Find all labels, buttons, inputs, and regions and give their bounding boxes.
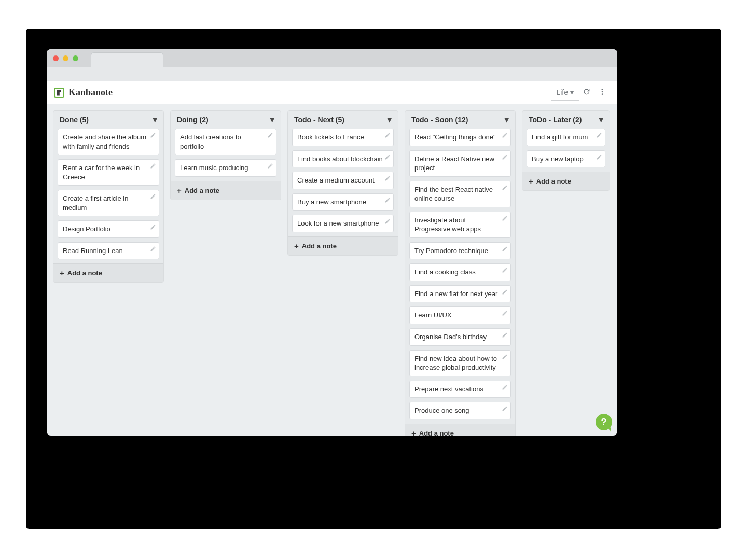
add-note-button[interactable]: +Add a note (405, 424, 515, 436)
card[interactable]: Try Pomodoro technique (409, 242, 511, 260)
pencil-icon[interactable] (502, 184, 508, 190)
card[interactable]: Add last creations to portfolio (175, 129, 276, 155)
pencil-icon[interactable] (502, 132, 508, 138)
card[interactable]: Learn UI/UX (409, 306, 511, 324)
card[interactable]: Create a first article in medium (58, 190, 159, 216)
card-list: Read "Getting things done"Define a React… (405, 129, 515, 419)
add-note-button[interactable]: +Add a note (522, 172, 610, 190)
card[interactable]: Produce one song (409, 402, 511, 419)
card[interactable]: Find books about blockchain (292, 150, 394, 168)
outer-frame: Kanbanote Life ▾ Done (5)▾Create and sha… (26, 29, 721, 529)
pencil-icon[interactable] (502, 353, 508, 359)
more-menu-button[interactable] (594, 85, 610, 101)
card-title: Learn UI/UX (414, 311, 452, 319)
card[interactable]: Create and share the album with family a… (58, 129, 159, 155)
card-title: Find a cooking class (414, 268, 476, 276)
card-title: Investigate about Progressive web apps (414, 216, 481, 233)
card[interactable]: Book tickets to France (292, 129, 394, 146)
column-header[interactable]: Done (5)▾ (53, 111, 163, 129)
pencil-icon[interactable] (502, 267, 508, 273)
card-title: Buy a new smartphone (297, 198, 366, 206)
pencil-icon[interactable] (384, 132, 391, 138)
plus-icon: + (294, 242, 299, 250)
column-header[interactable]: Doing (2)▾ (171, 111, 281, 129)
pencil-icon[interactable] (384, 218, 391, 224)
kanban-board: Done (5)▾Create and share the album with… (47, 104, 617, 436)
pencil-icon[interactable] (384, 175, 391, 181)
close-window-button[interactable] (53, 55, 59, 61)
pencil-icon[interactable] (267, 132, 273, 138)
card[interactable]: Learn music producing (175, 159, 276, 177)
column-header[interactable]: Todo - Soon (12)▾ (405, 111, 515, 129)
card[interactable]: Prepare next vacations (409, 381, 511, 398)
pencil-icon[interactable] (150, 132, 156, 138)
card-title: Try Pomodoro technique (414, 247, 488, 255)
pencil-icon[interactable] (502, 215, 508, 221)
card-title: Create a medium account (297, 176, 375, 184)
browser-toolbar (47, 67, 617, 81)
add-note-label: Add a note (302, 242, 337, 250)
pencil-icon[interactable] (150, 162, 156, 169)
svg-point-0 (602, 89, 603, 90)
pencil-icon[interactable] (267, 162, 273, 169)
kebab-icon (598, 88, 606, 97)
card[interactable]: Find a new flat for next year (409, 285, 511, 303)
board-selector-label: Life (556, 88, 568, 96)
card[interactable]: Find the best React native online course (409, 181, 511, 207)
brand[interactable]: Kanbanote (54, 87, 113, 98)
pencil-icon[interactable] (502, 153, 508, 160)
card[interactable]: Buy a new laptop (527, 150, 605, 168)
pencil-icon[interactable] (596, 153, 602, 160)
column-header[interactable]: Todo - Next (5)▾ (288, 111, 398, 129)
card[interactable]: Look for a new smartphone (292, 215, 394, 232)
pencil-icon[interactable] (502, 384, 508, 390)
card-title: Find new idea about how to increase glob… (414, 355, 497, 372)
pencil-icon[interactable] (502, 310, 508, 316)
card[interactable]: Investigate about Progressive web apps (409, 212, 511, 238)
window-controls (53, 55, 78, 61)
pencil-icon[interactable] (502, 405, 508, 411)
plus-icon: + (411, 429, 416, 436)
card[interactable]: Organise Dad's birthday (409, 328, 511, 346)
pencil-icon[interactable] (150, 193, 156, 199)
app-header: Kanbanote Life ▾ (47, 81, 617, 104)
board-selector[interactable]: Life ▾ (551, 85, 579, 101)
card-title: Find books about blockchain (297, 155, 383, 163)
pencil-icon[interactable] (502, 288, 508, 295)
card[interactable]: Read "Getting things done" (409, 129, 511, 146)
help-button[interactable]: ? (596, 414, 612, 430)
card[interactable]: Find a gift for mum (527, 129, 605, 146)
pencil-icon[interactable] (502, 331, 508, 338)
browser-tab[interactable] (91, 52, 163, 67)
card[interactable]: Find a cooking class (409, 263, 511, 281)
pencil-icon[interactable] (502, 245, 508, 251)
card[interactable]: Define a React Native new project (409, 150, 511, 177)
add-note-button[interactable]: +Add a note (288, 236, 398, 255)
refresh-button[interactable] (579, 85, 594, 101)
pencil-icon[interactable] (150, 245, 156, 251)
column: Todo - Next (5)▾Book tickets to FranceFi… (287, 110, 398, 256)
column-title: Done (5) (60, 116, 89, 124)
card[interactable]: Find new idea about how to increase glob… (409, 350, 511, 376)
add-note-button[interactable]: +Add a note (171, 181, 281, 200)
pencil-icon[interactable] (384, 153, 391, 160)
caret-down-icon: ▾ (599, 115, 603, 124)
minimize-window-button[interactable] (63, 55, 68, 61)
card[interactable]: Buy a new smartphone (292, 193, 394, 211)
plus-icon: + (177, 187, 182, 194)
column-header[interactable]: ToDo - Later (2)▾ (522, 111, 610, 129)
add-note-button[interactable]: +Add a note (53, 263, 163, 282)
card[interactable]: Read Running Lean (58, 242, 159, 260)
card[interactable]: Create a medium account (292, 172, 394, 189)
card-title: Produce one song (414, 407, 469, 414)
maximize-window-button[interactable] (73, 55, 78, 61)
pencil-icon[interactable] (596, 132, 602, 138)
svg-point-1 (602, 91, 603, 93)
column-title: ToDo - Later (2) (529, 116, 582, 124)
card[interactable]: Rent a car for the week in Greece (58, 159, 159, 186)
pencil-icon[interactable] (384, 197, 391, 203)
pencil-icon[interactable] (150, 223, 156, 230)
card[interactable]: Design Portfolio (58, 220, 159, 238)
plus-icon: + (529, 177, 533, 185)
caret-down-icon: ▾ (270, 115, 274, 124)
